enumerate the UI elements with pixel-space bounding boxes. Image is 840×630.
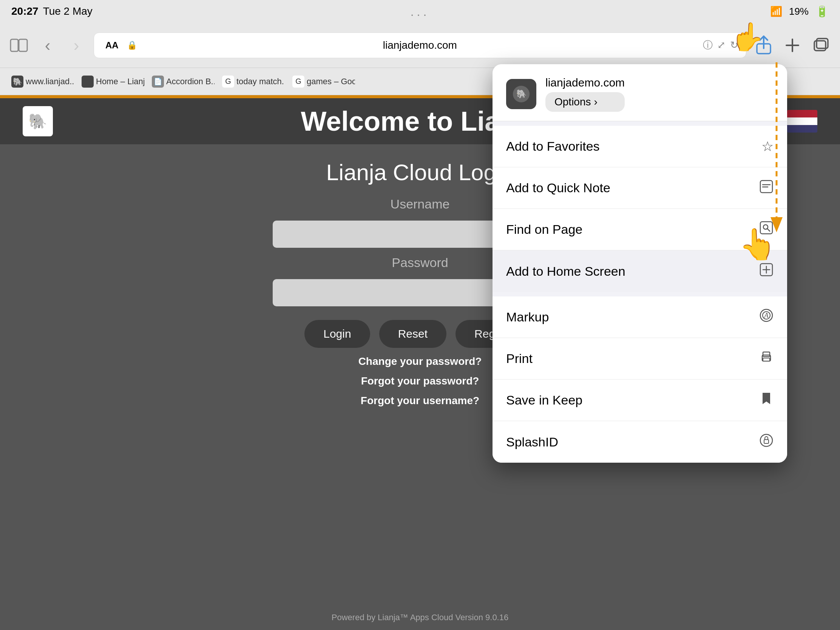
add-home-icon [759,262,774,280]
find-icon [759,221,774,238]
markup-icon: A [759,308,774,326]
browser-toolbar: ‹ › AA 🔒 lianjademo.com ⓘ ⤢ ↻ [0,23,840,68]
battery-icon: 🔋 [815,5,829,18]
share-menu-print[interactable]: Print [493,338,787,380]
share-menu-save-keep[interactable]: Save in Keep [493,380,787,421]
bookmark-icon-0: 🐘 [11,76,24,88]
svg-rect-20 [763,352,770,357]
save-keep-icon [759,391,774,409]
bookmark-icon-1 [82,76,94,88]
svg-rect-21 [763,358,770,361]
flag-icon [787,110,817,133]
splashid-icon [759,433,774,451]
svg-rect-1 [19,39,27,51]
svg-text:🐘: 🐘 [516,89,527,99]
share-button[interactable] [752,34,775,57]
status-time: 20:27 [11,5,38,17]
url-bar[interactable]: AA 🔒 lianjademo.com ⓘ ⤢ ↻ [94,33,746,58]
share-menu-group-1: Add to Favorites ☆ Add to Quick Note Fin… [493,126,787,292]
save-keep-label: Save in Keep [506,393,583,407]
drag-dots: ··· [411,8,430,22]
svg-rect-10 [760,222,772,234]
bookmark-item-1[interactable]: Home – Lianj... [76,73,144,90]
bookmark-item-4[interactable]: G games – Goo... [287,73,355,90]
bookmark-label-2: Accordion B... [166,77,215,87]
svg-line-12 [767,229,770,231]
battery-level: 19% [789,6,808,17]
share-panel-header: 🐘 lianjademo.com Options › [493,64,787,121]
bookmark-item-2[interactable]: 📄 Accordion B... [147,73,215,90]
page-footer: Powered by Lianja™ Apps Cloud Version 9.… [332,613,508,622]
reload-icon[interactable]: ↻ [730,39,738,51]
quick-note-label: Add to Quick Note [506,180,610,195]
markup-label: Markup [506,310,549,324]
quick-note-icon [759,179,774,196]
wifi-icon: 📶 [770,6,782,17]
splashid-label: SplashID [506,435,558,450]
new-tab-button[interactable] [781,34,804,57]
print-icon [759,350,774,368]
status-date: Tue 2 May [43,5,93,17]
info-icon[interactable]: ⓘ [703,38,713,52]
share-menu-add-home-screen[interactable]: Add to Home Screen [493,250,787,292]
back-button[interactable]: ‹ [36,34,59,57]
share-menu-add-favorites[interactable]: Add to Favorites ☆ [493,126,787,167]
share-menu-find-on-page[interactable]: Find on Page [493,209,787,250]
login-button[interactable]: Login [305,320,370,348]
status-bar: 20:27 Tue 2 May ··· 📶 19% 🔋 [0,0,840,23]
aa-button[interactable]: AA [102,40,122,51]
forward-button[interactable]: › [65,34,88,57]
bookmark-icon-2: 📄 [152,76,164,88]
bookmark-icon-4: G [292,76,305,88]
site-logo: 🐘 [23,106,53,136]
tabs-button[interactable] [810,34,832,57]
add-home-screen-label: Add to Home Screen [506,264,625,279]
share-menu-add-quick-note[interactable]: Add to Quick Note [493,167,787,209]
bookmark-add-icon[interactable]: ⤢ [717,39,726,51]
bookmark-icon-3: G [222,76,234,88]
svg-point-22 [760,434,772,447]
change-password-link[interactable]: Change your password? [358,355,482,368]
url-text: lianjademo.com [142,39,698,51]
reset-button[interactable]: Reset [379,320,447,348]
password-label: Password [392,255,448,270]
share-menu-splashid[interactable]: SplashID [493,421,787,463]
bookmark-label-4: games – Goo... [307,77,355,87]
username-label: Username [390,197,450,212]
share-site-name: lianjademo.com [545,76,625,89]
share-menu-group-2: Markup A Print Save in Keep [493,297,787,463]
add-favorites-label: Add to Favorites [506,139,600,154]
favorites-icon: ☆ [761,139,774,155]
svg-rect-0 [11,39,18,51]
forgot-password-link[interactable]: Forgot your password? [361,375,479,387]
share-menu-markup[interactable]: Markup A [493,297,787,338]
forgot-username-link[interactable]: Forgot your username? [361,395,479,407]
bookmark-label-0: www.lianjad... [26,77,74,87]
share-site-icon: 🐘 [506,79,536,109]
svg-rect-23 [764,440,769,444]
bookmark-item-3[interactable]: G today match... [217,73,285,90]
bookmark-label-3: today match... [237,77,285,87]
options-button[interactable]: Options › [545,92,625,112]
share-panel: 🐘 lianjademo.com Options › Add to Favori… [493,64,787,463]
bookmark-item-0[interactable]: 🐘 www.lianjad... [6,73,74,90]
lock-icon: 🔒 [127,40,137,50]
print-label: Print [506,351,532,366]
login-title: Lianja Cloud Login [326,159,514,185]
find-on-page-label: Find on Page [506,222,583,237]
svg-text:A: A [764,312,769,319]
share-site-info: lianjademo.com Options › [545,76,625,112]
sidebar-toggle-button[interactable] [8,34,30,57]
status-right: 📶 19% 🔋 [770,5,829,18]
bookmark-label-1: Home – Lianj... [96,77,144,87]
